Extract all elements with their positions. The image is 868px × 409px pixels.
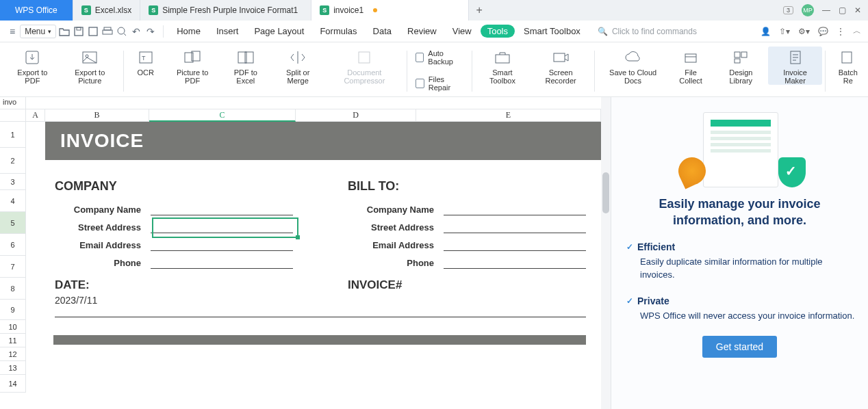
input-line[interactable] — [151, 203, 293, 215]
export-picture-button[interactable]: Export to Picture — [60, 47, 120, 85]
menu-page-layout[interactable]: Page Layout — [247, 23, 311, 39]
pdf-to-excel-button[interactable]: PDF to Excel — [220, 47, 272, 85]
screen-recorder-button[interactable]: Screen Recorder — [530, 47, 592, 85]
more-icon[interactable]: ⋮ — [837, 27, 845, 36]
row-header[interactable]: 1 — [0, 122, 26, 148]
file-collect-button[interactable]: File Collect — [668, 47, 713, 85]
menu-tools[interactable]: Tools — [481, 25, 515, 38]
user-icon[interactable]: 👤 — [761, 27, 771, 36]
row-header[interactable]: 13 — [0, 361, 26, 375]
export-pdf-button[interactable]: Export to PDF — [5, 47, 60, 85]
input-line[interactable] — [444, 239, 586, 251]
get-started-button[interactable]: Get started — [702, 336, 777, 358]
row-header[interactable]: 5 — [0, 212, 26, 234]
row-header[interactable]: 2 — [0, 148, 26, 174]
brand-tab[interactable]: WPS Office — [0, 0, 73, 21]
ribbon-label: Invoice Maker — [775, 68, 815, 85]
save-cloud-button[interactable]: Save to Cloud Docs — [598, 47, 668, 85]
saveas-icon[interactable] — [87, 25, 99, 38]
chat-icon[interactable]: 💬 — [818, 27, 828, 36]
smart-toolbox-button[interactable]: Smart Toolbox — [475, 47, 530, 85]
row-header[interactable]: 3 — [0, 174, 26, 190]
user-avatar[interactable]: MP — [802, 4, 814, 16]
save-icon[interactable] — [73, 25, 85, 38]
invoice-maker-button[interactable]: Invoice Maker — [768, 47, 821, 85]
menu-view[interactable]: View — [446, 23, 478, 39]
open-icon[interactable] — [58, 25, 71, 38]
col-header[interactable]: C — [149, 109, 296, 122]
row-header[interactable]: 10 — [0, 320, 26, 334]
settings-icon[interactable]: ⚙▾ — [798, 27, 810, 36]
menu-insert[interactable]: Insert — [209, 23, 246, 39]
minimize-icon[interactable]: — — [822, 5, 830, 15]
col-header[interactable]: D — [296, 109, 416, 122]
redo-icon[interactable]: ↷ — [144, 25, 157, 38]
batch-rename-button[interactable]: Batch Re — [828, 47, 868, 85]
svg-rect-19 — [735, 52, 740, 57]
input-line[interactable] — [151, 256, 293, 269]
menu-dropdown[interactable]: Menu ▾ — [20, 25, 56, 38]
row-header[interactable]: 9 — [0, 300, 26, 320]
input-line[interactable] — [444, 221, 586, 233]
row-header[interactable]: 12 — [0, 347, 26, 361]
command-search[interactable]: 🔍 Click to find commands — [598, 27, 697, 36]
divider — [407, 51, 407, 92]
label-company-name: Company Name — [55, 204, 151, 215]
row-header[interactable]: 4 — [0, 190, 26, 212]
input-line[interactable] — [444, 203, 586, 215]
new-tab-button[interactable]: + — [469, 0, 489, 21]
picture-to-pdf-button[interactable]: Picture to PDF — [165, 47, 220, 85]
ocr-button[interactable]: TOCR — [127, 47, 165, 77]
name-box[interactable]: invo — [0, 97, 26, 109]
row-header[interactable]: 6 — [0, 234, 26, 256]
svg-rect-15 — [359, 52, 370, 63]
grid[interactable]: 1 2 3 4 5 6 7 8 9 10 11 12 13 14 A B C — [0, 109, 601, 409]
row-header[interactable]: 7 — [0, 256, 26, 278]
files-repair-button[interactable]: Files Repair — [416, 75, 463, 92]
date-value: 2023/7/11 — [55, 295, 293, 306]
menu-review[interactable]: Review — [400, 23, 444, 39]
hr-line — [55, 317, 586, 317]
collapse-ribbon-icon[interactable]: ︿ — [853, 25, 861, 37]
share-icon[interactable]: ⇧▾ — [779, 27, 790, 36]
doc-tab-1[interactable]: S Excel.xlsx — [73, 0, 140, 21]
hamburger-icon[interactable]: ≡ — [10, 26, 15, 37]
divider — [594, 51, 595, 92]
print-icon[interactable] — [101, 25, 114, 38]
undo-icon[interactable]: ↶ — [130, 25, 142, 38]
design-library-button[interactable]: Design Library — [713, 47, 768, 85]
doc-tab-2[interactable]: S Simple Fresh Purple Invoice Format1 — [140, 0, 311, 21]
svg-rect-20 — [741, 52, 747, 57]
maximize-icon[interactable]: ▢ — [839, 5, 846, 15]
panel-feature-private: Private WPS Office will never access you… — [626, 295, 856, 328]
panel-illustration — [672, 108, 808, 190]
search-placeholder: Click to find commands — [612, 27, 697, 36]
vertical-scrollbar[interactable] — [601, 97, 611, 409]
input-line[interactable] — [151, 221, 293, 233]
label-phone: Phone — [55, 258, 151, 268]
doc-tab-3[interactable]: S invoice1 — [311, 0, 469, 21]
scroll-thumb[interactable] — [602, 172, 609, 213]
chevron-down-icon: ▾ — [48, 28, 51, 35]
menu-data[interactable]: Data — [366, 23, 398, 39]
ribbon-label: Save to Cloud Docs — [604, 68, 661, 85]
select-all-corner[interactable] — [0, 109, 26, 122]
col-header[interactable]: B — [45, 109, 149, 122]
col-header[interactable]: E — [416, 109, 601, 122]
menu-formulas[interactable]: Formulas — [313, 23, 363, 39]
row-header[interactable]: 8 — [0, 278, 26, 300]
split-merge-button[interactable]: Split or Merge — [271, 47, 324, 85]
auto-backup-button[interactable]: Auto Backup — [416, 49, 463, 66]
menu-home[interactable]: Home — [170, 23, 207, 39]
sheet-cells[interactable]: A B C D E INVOICE COMPANY Company Name S… — [26, 109, 601, 409]
svg-rect-16 — [496, 55, 509, 63]
row-header[interactable]: 14 — [0, 375, 26, 393]
print-preview-icon[interactable] — [116, 25, 128, 38]
invoice-number-heading: INVOICE# — [348, 278, 586, 292]
input-line[interactable] — [444, 256, 586, 269]
menu-smart-toolbox[interactable]: Smart Toolbox — [517, 23, 587, 39]
row-header[interactable]: 11 — [0, 334, 26, 347]
close-icon[interactable]: ✕ — [854, 5, 861, 15]
col-header[interactable]: A — [26, 109, 45, 122]
input-line[interactable] — [151, 239, 293, 251]
